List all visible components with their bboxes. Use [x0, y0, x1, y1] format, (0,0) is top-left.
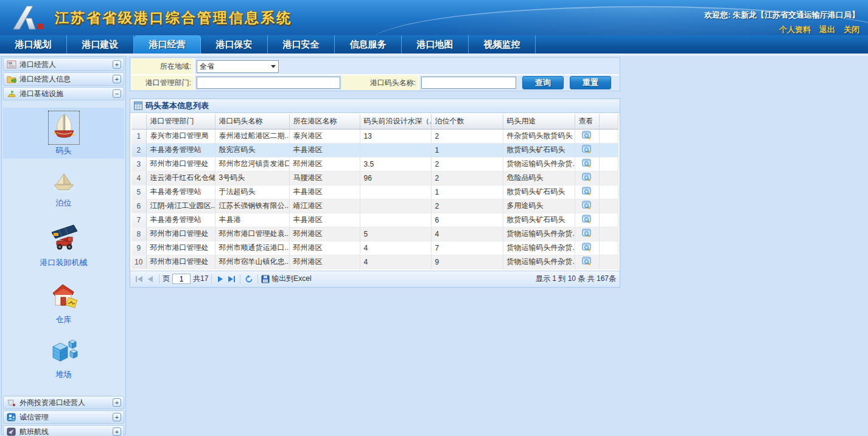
col-port-area[interactable]: 所在港区名称 — [289, 114, 360, 129]
cell-dept: 丰县港务管理站 — [146, 185, 215, 199]
sidebar-group-flights[interactable]: 航班航线 + — [3, 425, 124, 436]
cell-port-area: 邳州港区 — [289, 227, 360, 241]
table-row[interactable]: 5 丰县港务管理站 于法超码头 丰县港区 1 散货码头矿石码头 — [131, 185, 618, 199]
cell-dept: 丰县港务管理站 — [146, 213, 215, 227]
close-link[interactable]: 关闭 — [844, 24, 859, 35]
cell-water-depth: 4 — [360, 241, 431, 255]
sidebar-group-operators[interactable]: 港口经营人 + — [3, 58, 124, 71]
query-button[interactable]: 查询 — [522, 76, 564, 89]
nav-tab[interactable]: 港口地图 — [402, 35, 469, 54]
scroll-gutter-cell — [599, 227, 618, 241]
view-icon[interactable] — [582, 228, 592, 238]
table-row[interactable]: 9 邳州市港口管理处 邳州市顺通货运港口... 邳州港区 4 7 货物运输码头件… — [131, 241, 618, 255]
dept-input[interactable] — [197, 77, 340, 89]
wharf-table-panel: 码头基本信息列表 港口管理部门 港口码头名称 所在港区名称 码头前沿设计水深（.… — [130, 99, 620, 288]
sidebar-item-yard[interactable]: 堆场 — [3, 334, 124, 382]
table-row[interactable]: 4 连云港千红石化仓储... 3号码头 马腰港区 96 2 危险品码头 — [131, 171, 618, 185]
sidebar-group-foreign-investors[interactable]: 外商投资港口经营人 + — [3, 396, 124, 409]
logout-link[interactable]: 退出 — [819, 24, 835, 35]
view-icon[interactable] — [582, 242, 592, 252]
region-select[interactable]: 全省 — [197, 60, 279, 73]
row-number: 7 — [131, 213, 146, 227]
col-wharf-name[interactable]: 港口码头名称 — [215, 114, 289, 129]
expand-plus-icon[interactable]: + — [113, 398, 121, 407]
nav-tab[interactable]: 港口安全 — [268, 35, 335, 54]
nav-tab[interactable]: 港口建设 — [67, 35, 134, 54]
view-icon[interactable] — [582, 158, 592, 168]
sidebar-group-operator-info[interactable]: 港口经营人信息 + — [3, 72, 124, 86]
sidebar-group-label: 航班航线 — [19, 427, 110, 436]
col-dept[interactable]: 港口管理部门 — [146, 114, 215, 129]
yard-cubes-icon — [49, 337, 79, 368]
table-grid-icon — [134, 102, 142, 110]
nav-tab[interactable]: 港口经营 — [134, 35, 201, 54]
cell-dept: 邳州市港口管理处 — [146, 157, 215, 171]
refresh-icon[interactable] — [243, 274, 254, 285]
nav-tab[interactable]: 港口保安 — [201, 35, 268, 54]
nav-tab[interactable]: 港口规划 — [0, 35, 67, 54]
sidebar-group-credit[interactable]: 诚信管理 + — [3, 410, 124, 424]
cell-dept: 邳州市港口管理处 — [146, 241, 215, 255]
col-water-depth[interactable]: 码头前沿设计水深（... — [360, 114, 431, 129]
view-icon[interactable] — [582, 172, 592, 182]
table-row[interactable]: 6 江阴-靖江工业园区... 江苏长强钢铁有限公... 靖江港区 2 多用途码头 — [131, 199, 618, 213]
expand-plus-icon[interactable]: + — [113, 60, 121, 69]
table-row[interactable]: 8 邳州市港口管理处 邳州市港口管理处袁... 邳州港区 5 4 货物运输码头件… — [131, 227, 618, 241]
nav-tab[interactable]: 信息服务 — [335, 35, 402, 54]
wharf-name-input[interactable] — [421, 77, 516, 89]
expand-plus-icon[interactable]: + — [113, 427, 121, 436]
cell-port-area: 丰县港区 — [289, 213, 360, 227]
cell-berth-count: 2 — [431, 157, 503, 171]
collapse-minus-icon[interactable]: − — [113, 89, 121, 98]
save-disk-icon — [261, 275, 270, 283]
cell-usage: 危险品码头 — [503, 171, 575, 185]
profile-link[interactable]: 个人资料 — [779, 24, 811, 35]
sidebar-group-label: 港口经营人信息 — [19, 74, 110, 85]
expand-plus-icon[interactable]: + — [113, 413, 121, 421]
expand-plus-icon[interactable]: + — [113, 75, 121, 83]
welcome-text: 欢迎您: 朱新龙【江苏省交通运输厅港口局】 — [704, 10, 859, 21]
reset-button[interactable]: 重置 — [570, 76, 611, 89]
scroll-gutter-cell — [599, 241, 618, 255]
cell-wharf-name: 邳州市顺通货运港口... — [215, 241, 289, 255]
next-page-button[interactable] — [215, 274, 226, 285]
cell-usage: 货物运输码头件杂货... — [503, 241, 575, 255]
view-icon[interactable] — [582, 256, 592, 266]
view-icon[interactable] — [582, 200, 592, 210]
sidebar-item-warehouse[interactable]: 仓库 — [3, 277, 124, 328]
cell-dept: 邳州市港口管理处 — [146, 255, 215, 269]
sidebar-group-label: 港口基础设施 — [19, 89, 110, 99]
sidebar-item-machinery[interactable]: 港口装卸机械 — [3, 217, 124, 271]
page-number-input[interactable] — [172, 274, 191, 284]
view-icon[interactable] — [582, 186, 592, 196]
cell-dept: 连云港千红石化仓储... — [146, 171, 215, 185]
sidebar-item-berth[interactable]: 泊位 — [3, 165, 124, 211]
flight-routes-icon — [7, 427, 16, 436]
col-berth-count[interactable]: 泊位个数 — [431, 114, 503, 129]
cell-usage: 散货码头矿石码头 — [503, 213, 575, 227]
main-content: 所在地域: 全省 港口管理部门: 港口码头名称: 查询 重置 码头基本信息列表 — [130, 57, 620, 288]
nav-tab[interactable]: 视频监控 — [469, 35, 536, 54]
table-row[interactable]: 2 丰县港务管理站 殷宪宫码头 丰县港区 1 散货码头矿石码头 — [131, 143, 618, 157]
table-row[interactable]: 1 泰兴市港口管理局 泰州港过船港区二期... 泰兴港区 13 2 件杂货码头散… — [131, 129, 618, 143]
export-excel-label: 输出到Excel — [271, 274, 311, 284]
table-row[interactable]: 3 邳州市港口管理处 邳州市岔河镇贵发港口 邳州港区 3.5 2 货物运输码头件… — [131, 157, 618, 171]
sidebar-group-infrastructure[interactable]: 港口基础设施 − — [3, 87, 124, 100]
col-view[interactable]: 查看 — [575, 114, 599, 129]
last-page-button[interactable] — [226, 274, 237, 285]
wharf-table: 港口管理部门 港口码头名称 所在港区名称 码头前沿设计水深（... 泊位个数 码… — [131, 114, 618, 269]
cell-wharf-name: 邳州市港口管理处袁... — [215, 227, 289, 241]
sidebar-item-wharf[interactable]: 码头 — [3, 108, 124, 159]
prev-page-button[interactable] — [145, 274, 156, 285]
row-number: 9 — [131, 241, 146, 255]
col-usage[interactable]: 码头用途 — [503, 114, 575, 129]
view-icon[interactable] — [582, 144, 592, 154]
export-excel-button[interactable]: 输出到Excel — [261, 274, 311, 284]
table-row[interactable]: 7 丰县港务管理站 丰县港 丰县港区 6 散货码头矿石码头 — [131, 213, 618, 227]
table-row[interactable]: 10 邳州市港口管理处 邳州市宿羊山镇化忠... 邳州港区 4 9 货物运输码头… — [131, 255, 618, 269]
cell-usage: 多用途码头 — [503, 199, 575, 213]
view-icon[interactable] — [582, 214, 592, 224]
first-page-button[interactable] — [134, 274, 145, 285]
view-icon[interactable] — [582, 130, 592, 140]
region-select-value: 全省 — [200, 61, 214, 72]
